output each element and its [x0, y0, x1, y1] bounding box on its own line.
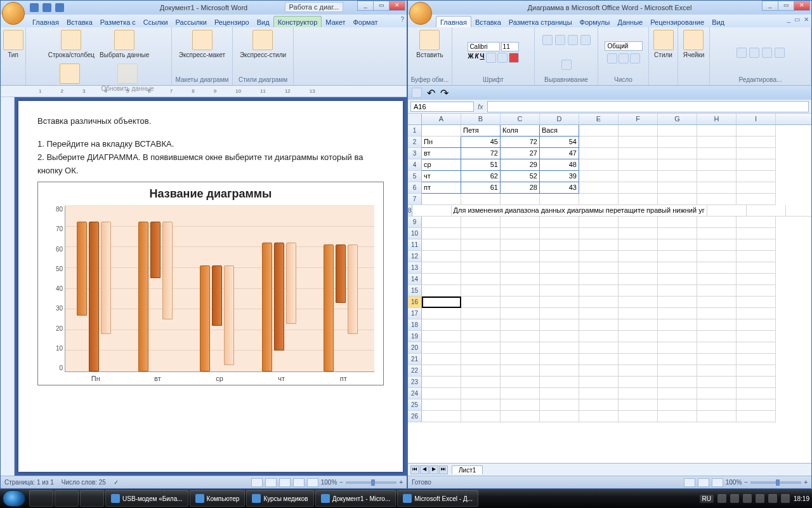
cell[interactable] — [540, 251, 579, 262]
cell[interactable] — [697, 377, 737, 388]
row-header[interactable]: 21 — [408, 354, 422, 365]
status-page[interactable]: Страница: 1 из 1 — [4, 479, 54, 486]
zoom-level[interactable]: 100% — [321, 479, 337, 486]
font-color-button[interactable] — [509, 53, 519, 63]
cell[interactable] — [461, 228, 501, 239]
row-header[interactable]: 17 — [408, 308, 422, 319]
cell[interactable] — [579, 365, 619, 377]
tab-Формат[interactable]: Формат — [350, 17, 382, 27]
cell[interactable] — [461, 274, 501, 285]
task-button[interactable]: Курсы медиков — [246, 490, 313, 507]
cell[interactable] — [697, 331, 737, 342]
cell[interactable] — [658, 297, 697, 308]
autosum-button[interactable] — [737, 48, 747, 58]
cell[interactable] — [461, 331, 501, 342]
task-button[interactable]: Компьютер — [190, 490, 246, 507]
cell[interactable] — [658, 331, 697, 342]
cell[interactable] — [579, 411, 619, 422]
cell[interactable] — [501, 388, 540, 399]
fill-button[interactable] — [749, 48, 759, 58]
word-ruler-horizontal[interactable]: 12345678910111213 — [1, 86, 407, 97]
comma-button[interactable] — [630, 53, 640, 64]
chart[interactable]: Название диаграммы 80706050403020100 Пнв… — [37, 182, 384, 385]
maximize-button[interactable]: ▭ — [778, 1, 794, 11]
cell[interactable] — [461, 308, 501, 319]
spellcheck-icon[interactable]: ✓ — [114, 479, 119, 486]
clear-button[interactable] — [762, 48, 772, 58]
cell[interactable] — [540, 388, 579, 399]
border-button[interactable] — [486, 53, 496, 63]
outline-view-button[interactable] — [293, 478, 304, 487]
cell[interactable]: Коля — [501, 125, 540, 137]
cell[interactable] — [658, 217, 697, 228]
cell[interactable] — [658, 377, 697, 388]
row-header[interactable]: 5 — [408, 171, 422, 182]
font-name-combo[interactable]: Calibri — [468, 42, 499, 51]
cell[interactable] — [579, 148, 619, 159]
tab-Ссылки[interactable]: Ссылки — [140, 17, 172, 27]
cell[interactable]: чт — [422, 171, 461, 182]
cell[interactable]: Для изменения диапазона данных диаграммы… — [452, 205, 707, 217]
task-button[interactable]: Microsoft Excel - Д... — [397, 490, 478, 507]
cell[interactable] — [658, 399, 697, 411]
cell[interactable] — [619, 331, 658, 342]
excel-grid[interactable]: ABCDEFGHI 1ПетяКоляВася2Пн4572543вт72274… — [408, 114, 811, 463]
tray-icon[interactable] — [743, 494, 752, 503]
cell[interactable]: Пн — [422, 137, 461, 148]
cell[interactable] — [697, 182, 737, 194]
cell[interactable] — [579, 354, 619, 365]
cell[interactable]: 52 — [501, 171, 540, 182]
cell[interactable] — [619, 342, 658, 354]
cell[interactable] — [737, 137, 776, 148]
normal-view-button[interactable] — [684, 478, 695, 487]
row-header[interactable]: 16 — [408, 297, 422, 308]
cell[interactable] — [579, 377, 619, 388]
row-header[interactable]: 9 — [408, 217, 422, 228]
cell[interactable] — [737, 262, 776, 274]
bold-button[interactable]: Ж — [468, 53, 473, 63]
cells-button[interactable]: Ячейки — [682, 29, 706, 60]
cell[interactable] — [422, 228, 461, 239]
underline-button[interactable]: Ч — [480, 53, 485, 63]
cell[interactable] — [619, 354, 658, 365]
quick-styles-button[interactable]: Экспресс-стили — [239, 29, 287, 60]
sort-button[interactable] — [775, 48, 785, 58]
quick-layout-button[interactable]: Экспресс-макет — [178, 29, 226, 60]
tab-Вставка[interactable]: Вставка — [471, 17, 505, 27]
cell[interactable] — [697, 365, 737, 377]
cell[interactable] — [579, 125, 619, 137]
tray-icon[interactable] — [730, 494, 739, 503]
cell[interactable] — [422, 285, 461, 297]
cell[interactable] — [579, 331, 619, 342]
cell[interactable] — [501, 262, 540, 274]
col-header[interactable]: G — [658, 114, 697, 124]
cell[interactable] — [422, 194, 461, 205]
cell[interactable] — [619, 182, 658, 194]
switch-row-col-button[interactable]: Строка/столбец — [47, 29, 96, 60]
draft-view-button[interactable] — [307, 478, 318, 487]
cell[interactable] — [461, 262, 501, 274]
cell[interactable] — [737, 217, 776, 228]
cell[interactable] — [737, 331, 776, 342]
cell[interactable] — [658, 388, 697, 399]
cell[interactable] — [737, 251, 776, 262]
cell[interactable] — [579, 319, 619, 331]
tab-Данные[interactable]: Данные — [613, 17, 646, 27]
row-header[interactable]: 7 — [408, 194, 422, 205]
row-header[interactable]: 10 — [408, 228, 422, 239]
cell[interactable] — [461, 319, 501, 331]
cell[interactable] — [737, 377, 776, 388]
cell[interactable] — [579, 274, 619, 285]
col-header[interactable]: D — [540, 114, 579, 124]
cell[interactable] — [540, 354, 579, 365]
cell[interactable] — [619, 137, 658, 148]
cell[interactable] — [422, 411, 461, 422]
cell[interactable] — [540, 194, 579, 205]
cell[interactable] — [707, 205, 747, 217]
col-header[interactable]: F — [619, 114, 658, 124]
cell[interactable]: 54 — [540, 137, 579, 148]
doc-minimize-button[interactable]: _ — [787, 16, 790, 23]
cell[interactable] — [658, 228, 697, 239]
cell[interactable] — [540, 411, 579, 422]
cell[interactable] — [619, 125, 658, 137]
